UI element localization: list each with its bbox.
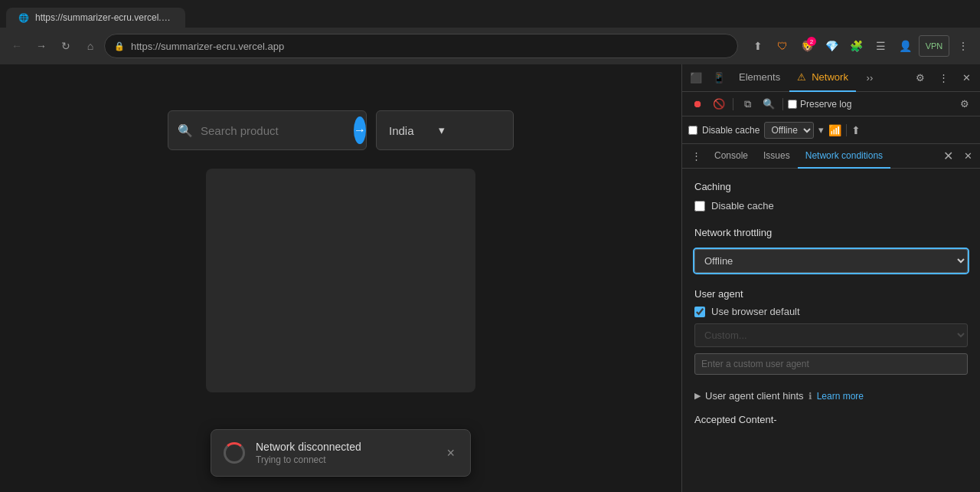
- main-layout: 🔍 → India ▾ Network disconnected Trying …: [0, 64, 980, 492]
- more-tabs-button[interactable]: ››: [859, 67, 880, 89]
- toast-title: Network disconnected: [256, 441, 433, 453]
- nav-right: ⬆ 🛡 🦁 2 💎 🧩 ☰ 👤 VPN ⋮: [747, 35, 974, 57]
- share-button[interactable]: ⬆: [747, 35, 769, 57]
- devtools-toolbar: ⬛ 📱 Elements ⚠ Network ›› ⚙ ⋮ ✕: [682, 64, 980, 92]
- throttling-section: Network throttling Offline No throttling…: [694, 227, 968, 273]
- browser-chrome: 🌐 https://summarizer-ecru.vercel.app ← →…: [0, 0, 980, 64]
- use-browser-default-checkbox[interactable]: [694, 307, 705, 317]
- tab-network[interactable]: ⚠ Network: [789, 64, 856, 92]
- disable-cache-label: Disable cache: [702, 125, 760, 136]
- hints-info-icon: ℹ: [808, 391, 812, 402]
- caching-section: Caching Disable cache: [694, 181, 968, 212]
- toolbar-separator-2: [782, 98, 783, 110]
- forward-button[interactable]: →: [31, 35, 52, 57]
- network-settings-button[interactable]: ⚙: [956, 95, 974, 113]
- brave-extensions-button[interactable]: 🦁 2: [796, 35, 818, 57]
- drawer-tab-console[interactable]: Console: [707, 144, 756, 169]
- disable-cache-row[interactable]: Disable cache: [694, 200, 968, 212]
- loading-spinner: [224, 442, 245, 464]
- address-text: https://summarizer-ecru.vercel.app: [131, 41, 284, 52]
- toast-text: Network disconnected Trying to connect: [256, 441, 433, 465]
- drawer-tab-issues[interactable]: Issues: [756, 144, 798, 169]
- tab-favicon: 🌐: [18, 13, 29, 23]
- sidebar-toggle[interactable]: ☰: [870, 35, 891, 57]
- offline-select[interactable]: Offline: [764, 122, 814, 139]
- separator: [846, 124, 847, 136]
- devtools-panel: ⬛ 📱 Elements ⚠ Network ›› ⚙ ⋮ ✕ ⏺ 🚫 ⧉ 🔍: [681, 64, 980, 492]
- search-submit-button[interactable]: →: [354, 116, 366, 144]
- toolbar-separator: [733, 98, 733, 110]
- use-browser-default-row[interactable]: Use browser default: [694, 306, 968, 317]
- back-button[interactable]: ←: [6, 35, 28, 57]
- reload-button[interactable]: ↻: [55, 35, 77, 57]
- learn-more-link[interactable]: Learn more: [817, 391, 864, 402]
- hints-arrow-icon: ▶: [694, 391, 701, 401]
- disable-cache-drawer-label: Disable cache: [711, 200, 774, 212]
- page-content: 🔍 → India ▾ Network disconnected Trying …: [0, 64, 681, 492]
- drawer-close-button[interactable]: ✕: [939, 147, 957, 166]
- toast-subtitle: Trying to connect: [256, 454, 433, 465]
- throttling-title: Network throttling: [694, 227, 968, 238]
- settings-button[interactable]: ⚙: [910, 67, 931, 89]
- custom-ua-select[interactable]: Custom...: [694, 323, 968, 347]
- close-devtools-button[interactable]: ✕: [956, 67, 977, 89]
- more-options-button[interactable]: ⋮: [933, 67, 954, 89]
- profile-button[interactable]: 👤: [894, 35, 916, 57]
- tab-network-label: Network: [812, 71, 848, 83]
- custom-ua-input[interactable]: [694, 353, 968, 375]
- warning-icon: ⚠: [797, 71, 806, 83]
- network-toast: Network disconnected Trying to connect ×: [211, 429, 471, 477]
- disable-cache-checkbox[interactable]: [688, 126, 697, 135]
- extensions-button[interactable]: 🧩: [845, 35, 867, 57]
- address-bar[interactable]: 🔒 https://summarizer-ecru.vercel.app: [104, 34, 738, 58]
- inspect-element-button[interactable]: ⬛: [685, 67, 707, 89]
- upload-icon: ⬆: [851, 124, 861, 136]
- tab-title: https://summarizer-ecru.vercel.app: [35, 12, 173, 23]
- network-toolbar: ⏺ 🚫 ⧉ 🔍 Preserve log ⚙: [682, 92, 980, 116]
- wallet-button[interactable]: 💎: [821, 35, 842, 57]
- use-browser-default-label: Use browser default: [711, 306, 800, 317]
- search-box: 🔍 →: [168, 110, 367, 150]
- record-button[interactable]: ⏺: [688, 95, 707, 113]
- wifi-icon: 📶: [828, 124, 841, 136]
- search-area: 🔍 → India ▾: [168, 110, 514, 150]
- drawer-content: Caching Disable cache Network throttling…: [682, 169, 980, 492]
- user-agent-title: User agent: [694, 288, 968, 300]
- toast-close-button[interactable]: ×: [443, 445, 458, 461]
- search-button[interactable]: 🔍: [760, 95, 778, 113]
- browser-tab[interactable]: 🌐 https://summarizer-ecru.vercel.app: [6, 8, 185, 28]
- preserve-log-label[interactable]: Preserve log: [788, 99, 851, 110]
- drawer-tab-network-conditions[interactable]: Network conditions: [798, 144, 890, 169]
- accepted-section: Accepted Content-: [694, 414, 968, 425]
- drawer-panel: ⋮ Console Issues Network conditions ✕ ✕ …: [682, 144, 980, 492]
- lock-icon: 🔒: [114, 41, 125, 51]
- chevron-down-icon: ▾: [439, 123, 445, 137]
- search-icon: 🔍: [178, 123, 193, 138]
- filter-button[interactable]: ⧉: [738, 95, 756, 113]
- caching-title: Caching: [694, 181, 968, 192]
- drawer-detach-button[interactable]: ✕: [959, 147, 977, 166]
- drawer-menu-button[interactable]: ⋮: [685, 146, 707, 167]
- tab-bar: 🌐 https://summarizer-ecru.vercel.app: [0, 0, 980, 28]
- accepted-title: Accepted Content-: [694, 414, 968, 425]
- nav-bar: ← → ↻ ⌂ 🔒 https://summarizer-ecru.vercel…: [0, 28, 980, 64]
- disable-cache-drawer-checkbox[interactable]: [694, 201, 705, 212]
- country-select[interactable]: India ▾: [376, 110, 514, 150]
- hints-label: User agent client hints: [705, 390, 804, 402]
- home-button[interactable]: ⌂: [80, 35, 101, 57]
- user-agent-section: User agent Use browser default Custom...: [694, 288, 968, 375]
- brave-shield-button[interactable]: 🛡: [772, 35, 793, 57]
- content-card: [206, 169, 475, 392]
- hints-row[interactable]: ▶ User agent client hints ℹ Learn more: [694, 390, 968, 402]
- search-input[interactable]: [201, 124, 346, 137]
- conditions-row: Disable cache Offline ▾ 📶 ⬆: [682, 116, 980, 144]
- throttle-select[interactable]: Offline No throttling Fast 3G Slow 3G Cu…: [694, 249, 968, 273]
- menu-button[interactable]: ⋮: [952, 35, 974, 57]
- tab-elements-label: Elements: [739, 71, 780, 83]
- device-toolbar-button[interactable]: 📱: [708, 67, 730, 89]
- preserve-log-checkbox[interactable]: [788, 100, 797, 109]
- chevron-down-icon: ▾: [818, 124, 824, 136]
- clear-button[interactable]: 🚫: [710, 95, 728, 113]
- tab-elements[interactable]: Elements: [731, 64, 788, 92]
- vpn-button[interactable]: VPN: [919, 35, 949, 57]
